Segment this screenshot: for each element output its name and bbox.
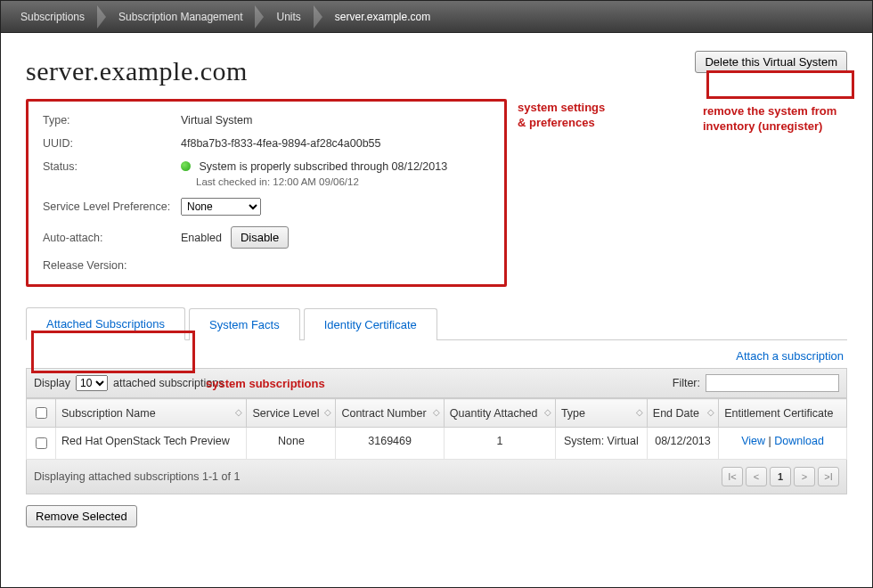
select-all-checkbox[interactable] <box>36 407 47 419</box>
pager-prev-icon[interactable]: < <box>746 467 767 486</box>
cell-type: System: Virtual <box>555 428 647 460</box>
cell-contract: 3169469 <box>336 428 444 460</box>
col-service-level[interactable]: Service Level◇ <box>247 399 336 428</box>
pager-first-icon[interactable]: I< <box>722 467 743 486</box>
breadcrumb: Subscriptions Subscription Management Un… <box>1 1 872 33</box>
status-checked-in: Last checked in: 12:00 AM 09/06/12 <box>196 176 490 187</box>
filter-label: Filter: <box>673 377 700 389</box>
display-count-select[interactable]: 10 <box>76 375 108 391</box>
download-certificate-link[interactable]: Download <box>774 435 824 447</box>
breadcrumb-item[interactable]: Subscription Management <box>99 1 257 33</box>
auto-attach-disable-button[interactable]: Disable <box>231 226 289 249</box>
tab-system-facts[interactable]: System Facts <box>189 308 300 340</box>
list-toolbar: Display 10 attached subscriptions Filter… <box>26 368 847 398</box>
breadcrumb-item[interactable]: Units <box>257 1 314 33</box>
pager: I< < 1 > >I <box>722 467 839 486</box>
col-subscription-name[interactable]: Subscription Name◇ <box>56 399 247 428</box>
cell-certificate: View | Download <box>719 428 847 460</box>
filter-input[interactable] <box>706 374 839 392</box>
col-quantity-attached[interactable]: Quantity Attached◇ <box>444 399 555 428</box>
remove-selected-button[interactable]: Remove Selected <box>26 505 137 527</box>
table-row: Red Hat OpenStack Tech Preview None 3169… <box>27 428 847 460</box>
auto-attach-label: Auto-attach: <box>43 232 181 244</box>
display-suffix: attached subscriptions <box>113 377 224 389</box>
view-certificate-link[interactable]: View <box>741 435 765 447</box>
col-entitlement-certificate: Entitlement Certificate <box>719 399 847 428</box>
status-label: Status: <box>43 160 181 173</box>
attach-subscription-link[interactable]: Attach a subscription <box>736 349 844 363</box>
tab-identity-certificate[interactable]: Identity Certificate <box>304 308 437 340</box>
breadcrumb-item[interactable]: Subscriptions <box>1 1 99 33</box>
subscriptions-table: Subscription Name◇ Service Level◇ Contra… <box>26 398 847 460</box>
type-label: Type: <box>43 114 181 127</box>
uuid-value: 4f8ba7b3-f833-4fea-9894-af28c4a00b55 <box>181 137 490 150</box>
col-end-date[interactable]: End Date◇ <box>647 399 718 428</box>
type-value: Virtual System <box>181 114 490 127</box>
status-value: System is properly subscribed through 08… <box>199 160 447 173</box>
display-prefix: Display <box>34 377 70 389</box>
auto-attach-value: Enabled <box>181 232 222 244</box>
col-type[interactable]: Type◇ <box>555 399 647 428</box>
tab-attached-subscriptions[interactable]: Attached Subscriptions <box>26 307 185 340</box>
pager-next-icon[interactable]: > <box>794 467 815 486</box>
cell-name: Red Hat OpenStack Tech Preview <box>56 428 247 460</box>
pager-summary: Displaying attached subscriptions 1-1 of… <box>34 470 240 483</box>
release-version-label: Release Version: <box>43 259 181 272</box>
system-settings-panel: Type: Virtual System UUID: 4f8ba7b3-f833… <box>26 99 507 287</box>
cell-end-date: 08/12/2013 <box>647 428 718 460</box>
cell-qty: 1 <box>444 428 555 460</box>
page-title: server.example.com <box>26 56 248 86</box>
status-ok-icon <box>181 161 191 171</box>
row-checkbox[interactable] <box>36 437 47 449</box>
breadcrumb-item-current: server.example.com <box>315 1 445 33</box>
pager-last-icon[interactable]: >I <box>818 467 839 486</box>
service-level-select[interactable]: None <box>181 198 261 216</box>
cell-service-level: None <box>247 428 336 460</box>
pager-page-current[interactable]: 1 <box>770 467 791 486</box>
uuid-label: UUID: <box>43 137 181 150</box>
delete-system-button[interactable]: Delete this Virtual System <box>695 51 847 73</box>
tabs: Attached Subscriptions System Facts Iden… <box>26 306 847 340</box>
service-level-label: Service Level Preference: <box>43 200 181 213</box>
col-contract-number[interactable]: Contract Number◇ <box>336 399 444 428</box>
